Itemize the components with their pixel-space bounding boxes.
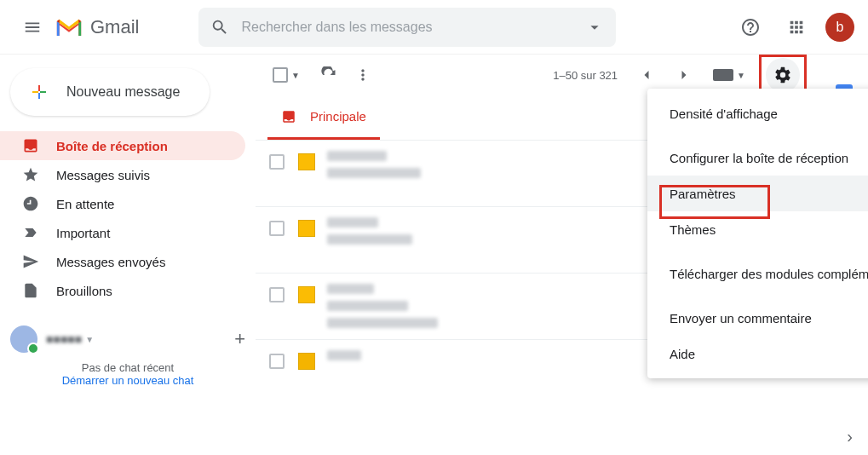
brand-text: Gmail	[90, 16, 139, 38]
input-tools-dropdown-icon[interactable]: ▼	[737, 71, 745, 80]
sidebar-item-important[interactable]: Important	[0, 218, 245, 247]
inbox-icon	[281, 109, 296, 124]
hangouts-username: ■■■■■	[46, 332, 82, 346]
presence-avatar[interactable]	[10, 325, 37, 353]
label-icon	[298, 353, 315, 370]
sidebar-label: Messages suivis	[56, 168, 150, 182]
chevron-right-icon	[675, 66, 693, 84]
help-icon	[740, 17, 761, 37]
next-page-button[interactable]	[675, 66, 693, 84]
input-tools-button[interactable]	[713, 69, 733, 81]
inbox-icon	[22, 137, 39, 154]
plus-icon	[29, 82, 49, 102]
star-icon	[22, 166, 39, 183]
main-menu-button[interactable]	[14, 9, 51, 46]
chat-empty-text: Pas de chat récent	[10, 361, 245, 374]
start-chat-link[interactable]: Démarrer un nouveau chat	[10, 374, 245, 387]
sidebar-item-starred[interactable]: Messages suivis	[0, 160, 245, 189]
menu-item-help[interactable]: Aide	[647, 336, 868, 371]
compose-button[interactable]: Nouveau message	[10, 68, 210, 116]
hamburger-icon	[23, 18, 42, 37]
label-icon	[298, 286, 315, 303]
collapse-panel-button[interactable]: ›	[847, 427, 853, 446]
tab-label: Principale	[310, 109, 366, 124]
file-icon	[22, 282, 39, 299]
sidebar-label: Important	[56, 226, 110, 240]
sidebar-item-sent[interactable]: Messages envoyés	[0, 247, 245, 276]
tab-primary[interactable]: Principale	[267, 95, 380, 140]
menu-item-label: Thèmes	[670, 222, 716, 237]
send-icon	[22, 253, 39, 270]
new-chat-button[interactable]: +	[234, 328, 245, 350]
sidebar-item-snoozed[interactable]: En attente	[0, 189, 245, 218]
menu-item-label: Envoyer un commentaire	[670, 311, 812, 325]
thread-checkbox[interactable]	[269, 221, 285, 236]
avatar-letter: b	[836, 20, 844, 35]
more-vert-icon	[354, 66, 371, 84]
menu-item-label: Aide	[670, 347, 695, 361]
sidebar-label: Brouillons	[56, 284, 112, 298]
settings-button[interactable]	[762, 58, 803, 92]
clock-icon	[22, 195, 39, 212]
menu-item-density[interactable]: Densité d'affichage	[647, 95, 868, 131]
chevron-down-icon[interactable]: ▼	[85, 335, 94, 344]
menu-item-label: Télécharger des modules complémentaires	[670, 267, 868, 281]
sidebar-label: Boîte de réception	[56, 139, 168, 153]
search-options-icon[interactable]	[585, 18, 604, 37]
sidebar: Nouveau message Boîte de réception Messa…	[0, 55, 256, 455]
settings-menu: Densité d'affichage Configurer la boîte …	[647, 89, 868, 378]
support-button[interactable]	[733, 10, 767, 44]
select-all-checkbox[interactable]	[273, 67, 288, 83]
menu-item-addons[interactable]: Télécharger des modules complémentaires	[647, 256, 868, 291]
prev-page-button[interactable]	[638, 66, 655, 84]
thread-checkbox[interactable]	[269, 154, 285, 170]
search-icon	[210, 18, 229, 37]
compose-label: Nouveau message	[66, 84, 180, 100]
gmail-logo[interactable]: Gmail	[55, 16, 139, 38]
sidebar-label: En attente	[56, 197, 114, 211]
apps-grid-icon	[787, 18, 806, 37]
annotation-highlight	[659, 185, 770, 219]
hangouts-panel: ■■■■■ ▼ + Pas de chat récent Démarrer un…	[0, 317, 256, 387]
refresh-button[interactable]	[320, 66, 337, 84]
chevron-left-icon	[638, 66, 655, 84]
search-input[interactable]	[241, 20, 548, 35]
sidebar-label: Messages envoyés	[56, 255, 165, 269]
search-bar[interactable]	[198, 8, 616, 47]
menu-item-feedback[interactable]: Envoyer un commentaire	[647, 300, 868, 336]
menu-item-label: Configurer la boîte de réception	[670, 151, 848, 165]
more-button[interactable]	[354, 66, 371, 84]
refresh-icon	[320, 66, 337, 84]
thread-checkbox[interactable]	[269, 354, 285, 369]
gmail-m-icon	[55, 16, 83, 38]
apps-button[interactable]	[779, 10, 813, 44]
main-pane: ▼ 1–50 sur 321 ▼ Principale	[256, 55, 820, 455]
sidebar-item-inbox[interactable]: Boîte de réception	[0, 131, 245, 160]
sidebar-item-drafts[interactable]: Brouillons	[0, 276, 245, 305]
thread-checkbox[interactable]	[269, 287, 285, 302]
pagination-range: 1–50 sur 321	[553, 69, 618, 82]
menu-item-label: Densité d'affichage	[670, 107, 778, 121]
label-icon	[298, 220, 315, 237]
important-icon	[22, 224, 39, 241]
label-icon	[298, 153, 315, 170]
select-dropdown-icon[interactable]: ▼	[291, 71, 300, 80]
menu-item-configure-inbox[interactable]: Configurer la boîte de réception	[647, 140, 868, 176]
account-avatar[interactable]: b	[825, 13, 854, 42]
